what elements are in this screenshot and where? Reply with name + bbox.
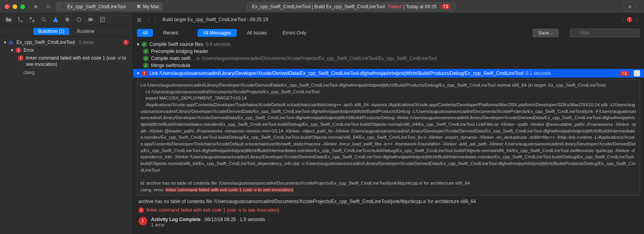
save-button[interactable]: Save... xyxy=(532,29,559,37)
error-icon: ! xyxy=(142,71,147,76)
hammer-icon: 🛠 xyxy=(137,4,141,9)
filter-all-messages[interactable]: All Messages xyxy=(198,29,236,37)
next-issue-button[interactable]: 〉 xyxy=(635,16,640,23)
close-window-button[interactable] xyxy=(5,4,9,9)
main-split: Buildtime (1) Runtime ▾ ▤ Ex_cpp_Swift_C… xyxy=(0,13,644,234)
svg-point-6 xyxy=(77,18,81,22)
scheme-selector[interactable]: ⬛ Ex_cpp_Swift_CmdLineTool 〉 🛠 My Mac xyxy=(56,2,163,11)
status-text-prefix: Ex_cpp_Swift_CmdLineTool | Build Ex_cpp_… xyxy=(252,4,386,9)
log-text: Precompile bridging header xyxy=(151,49,209,54)
linker-error-text: linker command failed with exit code 1 (… xyxy=(26,55,129,67)
forward-button[interactable]: 〉 xyxy=(154,16,158,23)
build-log[interactable]: ▾ ✓ Compile Swift source files 0.9 secon… xyxy=(133,40,644,234)
prev-issue-button[interactable]: 〈 xyxy=(619,16,624,23)
error-icon: ! xyxy=(18,55,23,61)
transcript-body: Ld /Users/augustosansoncadini/Library/De… xyxy=(140,83,636,172)
filter-recent[interactable]: Recent xyxy=(158,29,183,37)
issue-scope-tabs: Buildtime (1) Runtime xyxy=(0,26,133,37)
svg-rect-3 xyxy=(30,17,32,19)
log-duration: 0.9 seconds xyxy=(205,42,231,47)
ld-error-line: ld: archive has no table of contents fil… xyxy=(140,181,470,185)
error-icon: ! xyxy=(16,47,21,53)
project-name: Ex_cpp_Swift_CmdLineTool xyxy=(16,40,75,45)
folder-icon[interactable] xyxy=(5,16,12,23)
success-icon: ✓ xyxy=(142,42,147,47)
breadcrumb[interactable]: Build target Ex_cpp_Swift_CmdLineTool : … xyxy=(162,17,268,22)
symbol-icon[interactable] xyxy=(29,16,35,23)
svg-point-2 xyxy=(21,20,23,22)
navigator-selector xyxy=(0,13,133,26)
test-icon[interactable] xyxy=(64,16,70,23)
disclosure-triangle-icon[interactable]: ▾ xyxy=(4,40,6,45)
link-header-text: Link /Users/augustosansoncadini/Library/… xyxy=(149,71,523,76)
breakpoint-icon[interactable] xyxy=(88,16,94,23)
error-icon: ! xyxy=(139,217,147,225)
disclosure-triangle-icon[interactable]: ▾ xyxy=(11,47,13,53)
transcript-toggle-button[interactable] xyxy=(634,70,640,76)
titlebar: ⬛ Ex_cpp_Swift_CmdLineTool 〉 🛠 My Mac Ex… xyxy=(0,0,644,13)
find-icon[interactable] xyxy=(41,16,47,23)
project-row[interactable]: ▾ ▤ Ex_cpp_Swift_CmdLineTool 1 issue ! xyxy=(0,38,133,46)
svg-rect-0 xyxy=(47,5,50,8)
error-group-row[interactable]: ▾ ! Error xyxy=(0,46,133,54)
summary-warning: archive has no table of contents file '/… xyxy=(133,197,644,206)
filter-field-wrap xyxy=(567,29,640,37)
log-group-header[interactable]: ▾ ✓ Compile Swift source files 0.9 secon… xyxy=(133,41,644,48)
related-items-icon[interactable]: ▦ xyxy=(137,17,141,22)
minimize-window-button[interactable] xyxy=(13,4,17,9)
run-button[interactable] xyxy=(31,2,41,11)
window-controls xyxy=(5,4,25,9)
link-step-header[interactable]: ▾ ! Link /Users/augustosansoncadini/Libr… xyxy=(133,69,644,78)
error-icon: ! xyxy=(444,4,445,9)
issue-count: 1 issue xyxy=(79,40,94,45)
transcript-box[interactable]: Ld /Users/augustosansoncadini/Library/De… xyxy=(137,79,640,196)
activity-sub: 1 error xyxy=(151,222,265,228)
clang-label: clang xyxy=(23,70,35,75)
navigator-panel: Buildtime (1) Runtime ▾ ▤ Ex_cpp_Swift_C… xyxy=(0,13,133,234)
error-badge-icon: ! xyxy=(627,17,632,22)
error-icon: ! xyxy=(139,207,144,213)
status-time: | Today at 09:25 xyxy=(403,4,437,9)
stop-button[interactable] xyxy=(44,2,53,11)
status-result: Failed xyxy=(388,4,401,9)
success-icon: ✓ xyxy=(143,49,149,54)
summary-error-text: linker command failed with exit code 1 (… xyxy=(146,207,279,213)
library-button[interactable] xyxy=(624,2,636,11)
log-row[interactable]: ✓ Precompile bridging header xyxy=(133,48,644,55)
link-error-count: ! 1 xyxy=(620,71,629,76)
activity-status[interactable]: Ex_cpp_Swift_CmdLineTool | Build Ex_cpp_… xyxy=(247,2,455,11)
issue-navigator-icon[interactable] xyxy=(52,16,59,23)
error-count: 1 xyxy=(446,4,448,9)
log-row[interactable]: ✓ Compile main.swift ...in /Users/august… xyxy=(133,55,644,62)
disclosure-triangle-icon[interactable]: ▾ xyxy=(137,71,139,76)
source-control-icon[interactable] xyxy=(17,16,23,23)
svg-point-5 xyxy=(42,18,45,21)
report-icon[interactable] xyxy=(99,16,106,23)
summary-error-row[interactable]: ! linker command failed with exit code 1… xyxy=(133,206,644,214)
tab-buildtime[interactable]: Buildtime (1) xyxy=(33,28,69,35)
back-button[interactable]: 〈 xyxy=(145,16,150,23)
linker-error-row[interactable]: ! linker command failed with exit code 1… xyxy=(0,54,133,69)
clang-error-prefix: clang: error: xyxy=(140,187,166,192)
jump-bar: ▦ 〈 〉 Build target Ex_cpp_Swift_CmdLineT… xyxy=(133,13,644,26)
editor-area: ▦ 〈 〉 Build target Ex_cpp_Swift_CmdLineT… xyxy=(133,13,644,234)
log-row[interactable]: ✓ Merge swiftmodule xyxy=(133,62,644,69)
project-icon: ▤ xyxy=(9,40,14,45)
log-filter-bar: All Recent All Messages All Issues Error… xyxy=(133,26,644,40)
clang-row[interactable]: clang xyxy=(0,69,133,76)
activity-label: Activity Log Complete xyxy=(151,217,201,222)
log-text: Compile main.swift xyxy=(151,56,191,61)
disclosure-triangle-icon[interactable]: ▾ xyxy=(137,42,139,47)
filter-errors-only[interactable]: Errors Only xyxy=(277,29,312,37)
tab-runtime[interactable]: Runtime xyxy=(72,28,99,35)
jump-bar-right: 〈 ! 〉 xyxy=(619,16,640,23)
error-count-badge: ! 1 xyxy=(441,4,451,9)
filter-input[interactable] xyxy=(570,29,640,37)
zoom-window-button[interactable] xyxy=(20,4,25,9)
activity-duration: 1.5 seconds xyxy=(240,217,265,222)
filter-all[interactable]: All xyxy=(137,29,153,37)
right-toolbar xyxy=(624,2,639,11)
debug-icon[interactable] xyxy=(76,16,82,23)
filter-all-issues[interactable]: All Issues xyxy=(241,29,272,37)
link-duration: 0.1 seconds xyxy=(526,71,551,76)
